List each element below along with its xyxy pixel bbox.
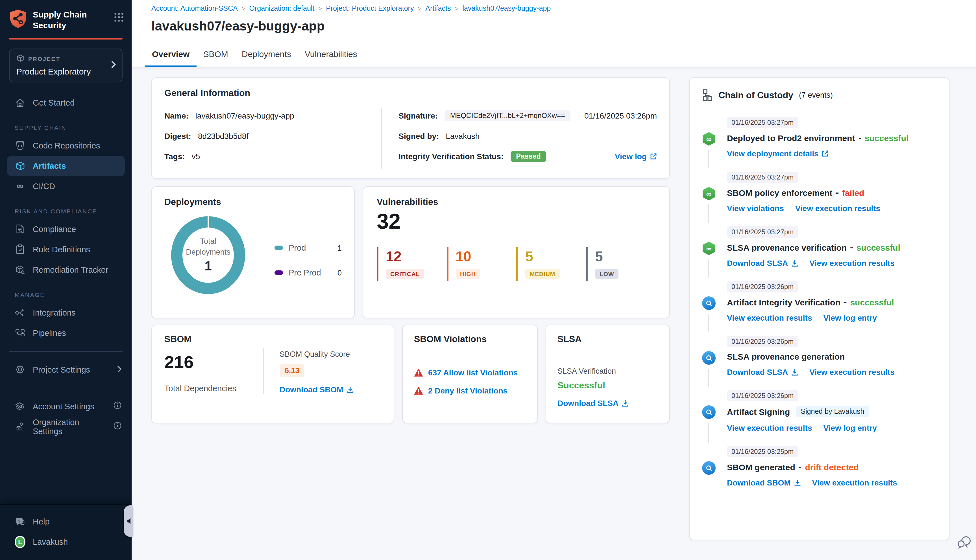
sidebar-item-account-settings[interactable]: Account Settings <box>0 396 132 416</box>
allow-list-violations-link[interactable]: 637 Allow list Violations <box>428 368 518 377</box>
view-deployment-details-link[interactable]: View deployment details <box>727 149 829 158</box>
view-violations-link[interactable]: View violations <box>727 204 784 213</box>
signed-by-label: Signed by: <box>399 132 439 140</box>
donut-total-value: 1 <box>204 258 212 273</box>
sidebar-item-organization-settings[interactable]: Organization Settings <box>0 416 132 437</box>
severity-critical: 12 CRITICAL <box>377 247 447 281</box>
legend-item-preprod: Pre Prod 0 <box>275 268 342 277</box>
sidebar-item-artifacts[interactable]: Artifacts <box>7 155 125 176</box>
deny-list-violations-link[interactable]: 2 Deny list Violations <box>428 386 507 395</box>
event-timestamp: 01/16/2025 03:26pm <box>727 390 798 402</box>
sidebar-item-label: Rule Definitions <box>33 245 90 254</box>
scan-event-icon <box>702 461 716 475</box>
deployments-legend: Prod 1 Pre Prod 0 <box>275 243 342 294</box>
deployments-donut-chart: Total Deployments 1 <box>171 216 245 294</box>
chain-of-custody-card: Chain of Custody (7 events) ∞ 01/16/2025… <box>689 77 949 540</box>
view-execution-results-link[interactable]: View execution results <box>727 423 812 432</box>
event-status: successful <box>865 133 909 143</box>
legend-item-prod: Prod 1 <box>275 243 342 252</box>
organization-gear-icon <box>15 422 25 431</box>
download-icon <box>791 368 798 376</box>
severity-medium: 5 MEDIUM <box>516 247 586 281</box>
avatar: L <box>15 536 25 548</box>
severity-badge: LOW <box>595 269 619 279</box>
vulnerabilities-card: Vulnerabilities 32 12 CRITICAL 10 HIGH <box>363 186 670 318</box>
breadcrumb-separator: > <box>318 5 322 12</box>
tab-deployments[interactable]: Deployments <box>235 42 298 67</box>
info-icon[interactable] <box>113 402 122 411</box>
tags-value: v5 <box>192 152 200 161</box>
vulnerabilities-total: 32 <box>377 210 656 234</box>
view-execution-results-link[interactable]: View execution results <box>795 204 880 213</box>
view-log-entry-link[interactable]: View log entry <box>823 313 877 322</box>
timeline-event: ∞ 01/16/2025 03:27pm Deployed to Prod2 e… <box>702 117 936 158</box>
cicd-infinity-icon: ∞ <box>15 181 25 191</box>
chain-of-custody-title: Chain of Custody <box>719 90 793 100</box>
sidebar-item-get-started[interactable]: Get Started <box>0 92 132 113</box>
feedback-chat-icon[interactable] <box>957 536 971 551</box>
sbom-total-dependencies-value: 216 <box>164 352 263 373</box>
sidebar-collapse-handle[interactable] <box>124 505 133 537</box>
view-execution-results-link[interactable]: View execution results <box>809 368 894 377</box>
breadcrumb-project[interactable]: Project: Product Exploratory <box>326 5 414 12</box>
sidebar-item-rule-definitions[interactable]: Rule Definitions <box>0 239 132 259</box>
pipelines-icon <box>15 329 25 337</box>
download-sbom-link[interactable]: Download SBOM <box>727 478 801 487</box>
supply-chain-security-logo-icon <box>9 9 27 28</box>
project-cube-icon <box>17 54 24 64</box>
download-sbom-link[interactable]: Download SBOM <box>280 385 354 394</box>
sidebar-item-label: Organization Settings <box>33 417 99 435</box>
breadcrumb-separator: > <box>242 5 245 12</box>
signature-label: Signature: <box>399 111 437 120</box>
download-slsa-link[interactable]: Download SLSA <box>727 258 798 268</box>
help-chat-icon: ? <box>15 517 25 526</box>
download-slsa-link[interactable]: Download SLSA <box>727 368 798 377</box>
box-wrench-icon <box>15 265 25 274</box>
page-title: lavakush07/easy-buggy-app <box>151 18 325 34</box>
sbom-card: SBOM 216 Total Dependencies SBOM Quality… <box>151 325 394 423</box>
sbom-quality-score-label: SBOM Quality Score <box>280 350 381 358</box>
integrations-icon <box>15 308 25 317</box>
sidebar-item-cicd[interactable]: ∞ CI/CD <box>0 176 132 196</box>
document-search-icon <box>15 224 25 234</box>
sidebar-item-pipelines[interactable]: Pipelines <box>0 323 132 343</box>
sidebar-item-integrations[interactable]: Integrations <box>0 302 132 323</box>
project-selector[interactable]: PROJECT Product Exploratory <box>9 48 123 82</box>
slsa-verification-status: Successful <box>557 380 658 391</box>
sidebar-item-code-repositories[interactable]: Code Repositories <box>0 135 132 155</box>
view-log-link[interactable]: View log <box>615 152 657 161</box>
sidebar-item-project-settings[interactable]: Project Settings <box>0 359 132 380</box>
sbom-violations-card: SBOM Violations 637 Allow list Violation… <box>402 325 538 423</box>
sidebar-section-supply-chain: SUPPLY CHAIN <box>0 124 132 131</box>
view-execution-results-link[interactable]: View execution results <box>727 313 812 322</box>
sidebar-item-label: Pipelines <box>33 328 66 337</box>
breadcrumb-current[interactable]: lavakush07/easy-buggy-app <box>462 5 551 12</box>
breadcrumb-account[interactable]: Account: Automation-SSCA <box>151 5 238 12</box>
breadcrumb-organization[interactable]: Organization: default <box>249 5 315 12</box>
breadcrumb-artifacts[interactable]: Artifacts <box>425 5 451 12</box>
info-icon[interactable] <box>113 422 122 431</box>
donut-center-label: Total Deployments <box>184 237 232 257</box>
sidebar-item-remediation-tracker[interactable]: Remediation Tracker <box>0 259 132 280</box>
event-timestamp: 01/16/2025 03:27pm <box>727 117 798 128</box>
help-button[interactable]: ? Help <box>0 512 132 532</box>
tab-overview[interactable]: Overview <box>145 42 196 67</box>
user-menu[interactable]: L Lavakush <box>0 532 132 552</box>
sidebar-item-label: Artifacts <box>33 161 66 170</box>
view-execution-results-link[interactable]: View execution results <box>809 258 894 268</box>
app-window: Supply Chain Security PROJECT Product Ex… <box>0 0 976 560</box>
event-status: successful <box>856 242 900 252</box>
project-selector-name: Product Exploratory <box>17 66 115 76</box>
pipeline-event-icon: ∞ <box>702 187 716 200</box>
main-content: General Information Name:lavakush07/easy… <box>132 67 976 560</box>
app-switcher-icon[interactable] <box>114 12 124 24</box>
brand: Supply Chain Security <box>0 0 132 31</box>
download-slsa-link[interactable]: Download SLSA <box>557 398 629 408</box>
tab-sbom[interactable]: SBOM <box>196 42 235 67</box>
tab-vulnerabilities[interactable]: Vulnerabilities <box>298 42 364 67</box>
view-log-entry-link[interactable]: View log entry <box>823 423 877 432</box>
chevron-right-icon <box>117 365 122 374</box>
signature-value-chip[interactable]: MEQCICde2VjIT...bL+2+mqnOXw== <box>444 110 571 122</box>
view-execution-results-link[interactable]: View execution results <box>812 478 897 487</box>
sidebar-item-compliance[interactable]: Compliance <box>0 219 132 239</box>
